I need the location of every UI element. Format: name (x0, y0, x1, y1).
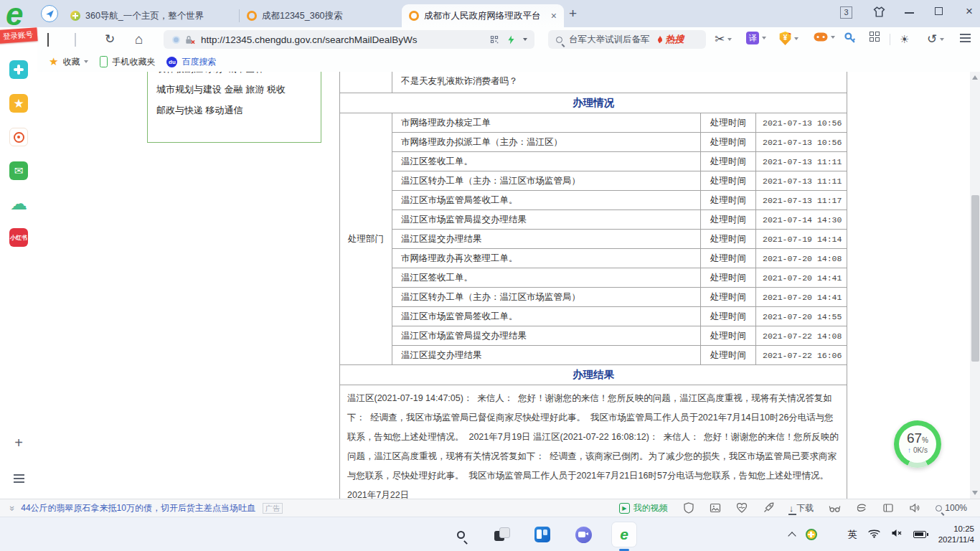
dropdown-caret-icon[interactable] (727, 38, 732, 41)
health-mode-icon[interactable] (736, 502, 748, 514)
bookmark-star-icon: ★ (49, 55, 58, 68)
speed-widget[interactable]: 67% ↑ 0K/s (894, 420, 941, 468)
result-text: 温江区(2021-07-19 14:47:05)： 来信人： 您好！谢谢您的来信… (340, 385, 847, 499)
new-tab-button[interactable]: + (569, 6, 577, 22)
browser-tab-active[interactable]: 成都市人民政府网络理政平台 × (402, 4, 564, 27)
dropdown-caret-icon[interactable] (794, 37, 798, 40)
screenshot-button[interactable]: ✂ (715, 32, 732, 47)
mute-page-icon[interactable] (909, 502, 920, 514)
games-button[interactable] (814, 32, 835, 42)
browser-toolbar: ↻ ⌂ http://12345.chengdu.gov.cn/searchMa… (37, 27, 980, 52)
minimize-button[interactable] (905, 12, 914, 14)
zoom-control[interactable]: 100% (936, 503, 967, 513)
qr-code-icon[interactable] (489, 34, 499, 44)
password-key-button[interactable] (844, 32, 856, 44)
sidebar-item-favorites[interactable]: ★ (9, 94, 28, 113)
time-value-cell: 2021-07-14 14:30 (756, 210, 847, 230)
category-links[interactable]: 农林牧副渔 水务 城市园林 (156, 72, 312, 79)
battery-icon[interactable] (913, 531, 926, 538)
browser-tab[interactable]: 360导航_一个主页，整个世界 (63, 4, 238, 27)
menu-button[interactable] (960, 32, 971, 44)
home-button[interactable]: ⌂ (135, 30, 143, 49)
task-view-button[interactable] (489, 522, 514, 547)
scroll-thumb[interactable] (971, 195, 979, 362)
chat-button[interactable] (571, 522, 595, 547)
skin-theme-icon[interactable] (873, 6, 885, 20)
back-button[interactable] (47, 33, 49, 46)
sidebar-item-weibo[interactable] (9, 128, 28, 146)
wallet-shield-button[interactable]: ¥ (779, 32, 798, 45)
tray-chevron-icon[interactable] (788, 532, 796, 540)
widgets-button[interactable] (530, 522, 555, 547)
site-info-icon[interactable] (172, 36, 180, 44)
dropdown-caret-icon[interactable] (762, 37, 766, 39)
no-image-mode-icon[interactable] (710, 502, 721, 514)
sidebar-menu-button[interactable] (0, 472, 37, 488)
brightness-button[interactable]: ☀ (900, 30, 909, 49)
undo-button[interactable]: ↺ (927, 32, 944, 47)
ie-compat-icon[interactable] (856, 502, 867, 514)
close-button[interactable]: × (966, 4, 973, 19)
browser-logo[interactable]: e (6, 0, 23, 32)
statusbar-ad-link[interactable]: 44公斤的翡翠原石拿来抵10万的债，切开后货主差点当场吐血 (21, 502, 255, 514)
sidebar-add-button[interactable]: + (0, 435, 37, 451)
browser-taskbar-icon[interactable]: e (612, 522, 636, 547)
table-row: 温江区提交办理结果处理时间2021-07-19 14:14 (340, 230, 847, 249)
download-button[interactable]: ↓ 下载 (789, 502, 814, 514)
incognito-glasses-icon[interactable] (829, 503, 841, 514)
speed-widget-inner: 67% ↑ 0K/s (899, 425, 936, 463)
sidebar-item-mail[interactable]: ✉ (9, 161, 28, 180)
hot-search-link[interactable]: 热搜 (656, 33, 684, 46)
reload-button[interactable]: ↻ (105, 30, 115, 49)
scroll-down-icon[interactable] (972, 491, 978, 495)
section-header-row: 办理情况 (340, 93, 847, 113)
my-videos-button[interactable]: ▶ 我的视频 (619, 502, 668, 514)
mobile-favorites-button[interactable]: 手机收藏夹 (100, 56, 155, 68)
insecure-lock-icon[interactable] (184, 34, 195, 45)
address-bar[interactable]: http://12345.chengdu.gov.cn/searchMailDe… (164, 30, 534, 49)
category-links[interactable]: 城市规划与建设 金融 旅游 税收 (156, 79, 312, 100)
table-row: 市网络理政办再次整理工单。处理时间2021-07-20 14:08 (340, 249, 847, 268)
apps-grid-button[interactable] (870, 32, 880, 42)
search-box[interactable]: 台军大举试训后备军 热搜 (548, 30, 706, 49)
table-row: 温江区转办工单（主办：温江区市场监管局）处理时间2021-07-13 11:11 (340, 171, 847, 191)
volume-muted-icon[interactable] (891, 528, 903, 541)
taskbar-search-button[interactable] (448, 522, 473, 547)
sidebar-item-xiaohongshu[interactable]: 小红书 (9, 228, 28, 247)
collapse-chevron-icon[interactable]: » (7, 505, 18, 510)
search-suggestion-text[interactable]: 台军大举试训后备军 (569, 34, 650, 46)
dropdown-caret-icon[interactable] (831, 36, 835, 39)
browser-tab[interactable]: 成都12345_360搜索 (240, 4, 400, 27)
reader-mode-icon[interactable] (882, 502, 894, 514)
clock[interactable]: 10:25 2021/11/4 (938, 524, 974, 545)
sidebar-item-cloud[interactable]: ☁ (9, 194, 28, 213)
lightning-speed-icon[interactable] (507, 34, 516, 45)
tab-count-badge[interactable]: 3 (840, 6, 852, 19)
tray-360-icon[interactable] (806, 529, 817, 540)
wifi-icon[interactable] (868, 528, 880, 541)
ime-indicator[interactable]: 英 (848, 528, 857, 541)
notification-dot (788, 30, 793, 34)
time-value-cell: 2021-07-20 14:41 (756, 268, 847, 288)
favorites-button[interactable]: ★ 收藏 (49, 55, 88, 68)
url-text[interactable]: http://12345.chengdu.gov.cn/searchMailDe… (201, 34, 417, 45)
forward-button[interactable] (75, 33, 76, 46)
nav-guide-icon[interactable] (41, 5, 58, 22)
undo-icon: ↺ (927, 32, 937, 47)
category-links[interactable]: 邮政与快递 移动通信 (156, 100, 312, 121)
boost-rocket-icon[interactable] (763, 502, 774, 514)
page-scrollbar[interactable] (970, 72, 980, 499)
sidebar-item-game-center[interactable] (9, 60, 28, 79)
dropdown-caret-icon[interactable] (84, 60, 88, 63)
maximize-restore-button[interactable] (935, 7, 943, 15)
scroll-up-icon[interactable] (972, 75, 978, 80)
security-shield-icon[interactable] (683, 502, 694, 514)
translate-button[interactable]: 译 (746, 32, 766, 44)
time-value-cell: 2021-07-13 11:17 (756, 191, 847, 210)
tab-close-icon[interactable]: × (551, 10, 557, 22)
start-button[interactable] (407, 522, 432, 547)
forward-icon (75, 33, 76, 47)
address-dropdown-icon[interactable] (523, 38, 527, 41)
baidu-search-bookmark[interactable]: du 百度搜索 (166, 56, 216, 68)
dropdown-caret-icon[interactable] (940, 38, 944, 41)
